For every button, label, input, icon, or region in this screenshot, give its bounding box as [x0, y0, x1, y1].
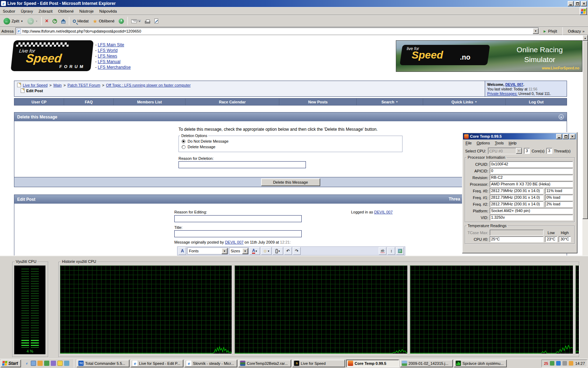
quicklaunch-icon-7[interactable] — [64, 361, 69, 366]
font-select[interactable]: Fonts ▼ — [187, 247, 228, 254]
address-field[interactable]: ▼ — [15, 27, 539, 35]
maximize-button[interactable] — [574, 1, 580, 6]
menu-upravy[interactable]: Úpravy — [18, 8, 36, 14]
nav-log-out[interactable]: Log Out — [506, 98, 567, 105]
coretemp-titlebar[interactable]: Core Temp 0.99.5 × — [463, 133, 576, 139]
taskbar-button-taskmgr[interactable]: Správce úloh systému... — [454, 360, 507, 367]
link-lfs-world[interactable]: LFS World — [98, 48, 117, 53]
font-color-button[interactable]: A ▼ — [250, 247, 260, 255]
minimize-button[interactable] — [556, 134, 562, 139]
taskbar-button-coretemp[interactable]: Core Temp 0.99.5 — [346, 360, 399, 367]
home-button[interactable] — [59, 18, 68, 25]
breadcrumb-link-forum[interactable]: Live for Speed — [23, 83, 48, 87]
breadcrumb-link-patch-forum[interactable]: Patch TEST Forum — [68, 83, 100, 87]
link-lfs-news[interactable]: LFS News — [98, 54, 117, 59]
radio-do-not-delete[interactable] — [182, 139, 186, 143]
address-dropdown-icon[interactable]: ▼ — [533, 28, 539, 34]
maximize-button[interactable] — [563, 134, 569, 139]
breadcrumb-link-thread[interactable]: Off Topic : LFS running slower on faster… — [106, 83, 191, 87]
smilies-button[interactable]: ☺ ▼ — [261, 247, 272, 255]
forward-dropdown-icon[interactable]: ▼ — [35, 20, 38, 22]
tray-icon-4[interactable] — [569, 361, 573, 366]
private-messages-link[interactable]: Private Messages: — [487, 91, 517, 96]
link-lfs-manual[interactable]: LFS Manual — [98, 59, 120, 64]
menu-nastroje[interactable]: Nástroje — [77, 8, 97, 14]
back-dropdown-icon[interactable]: ▼ — [21, 20, 23, 22]
quicklaunch-ie-icon[interactable]: e — [24, 361, 29, 366]
taskbar-button-slovnik[interactable]: eSlovník - steady - Micr... — [184, 360, 237, 367]
undo-button[interactable]: ↶ — [284, 247, 292, 255]
tray-icon-1[interactable] — [550, 361, 554, 366]
reason-deletion-input[interactable] — [178, 161, 306, 168]
edit-button[interactable] — [152, 18, 160, 25]
volume-icon[interactable] — [562, 361, 567, 366]
forward-button[interactable]: → ▼ — [25, 17, 40, 26]
attachment-button[interactable]: ▼ — [273, 247, 283, 255]
nav-user-cp[interactable]: User CP — [14, 98, 64, 105]
scrollbar-up-button[interactable]: ▲ — [582, 35, 588, 41]
editor-mode-button[interactable]: A — [396, 247, 404, 255]
delete-message-button[interactable]: Delete this Message — [261, 178, 320, 186]
menu-zobrazit[interactable]: Zobrazit — [36, 8, 55, 14]
menu-help[interactable]: Help — [506, 140, 519, 146]
breadcrumb-link-main[interactable]: Main — [53, 83, 62, 87]
ie-titlebar[interactable]: e Live for Speed - Edit Post - Microsoft… — [0, 0, 588, 7]
taskbar-button-image[interactable]: 2009-01-02_142315.j... — [400, 360, 453, 367]
link-lfs-merchandise[interactable]: LFS Merchandise — [98, 65, 131, 70]
quicklaunch-icon-3[interactable] — [37, 361, 43, 366]
stop-button[interactable]: × — [43, 17, 50, 25]
nav-faq[interactable]: FAQ — [64, 98, 114, 105]
quicklaunch-folder-icon[interactable] — [57, 361, 63, 366]
link-lfs-main-site[interactable]: LFS Main Site — [98, 42, 124, 47]
nav-new-posts[interactable]: New Posts — [279, 98, 357, 105]
mail-button[interactable]: ▼ — [129, 18, 143, 24]
redo-button[interactable]: ↷ — [293, 247, 301, 255]
lfs-banner[interactable]: live for Speed .no Online Racing Simulat… — [396, 40, 582, 72]
refresh-button[interactable] — [50, 18, 59, 25]
scrollbar-thumb[interactable] — [582, 41, 588, 219]
menu-options[interactable]: Options — [474, 140, 492, 146]
quicklaunch-icon-5[interactable] — [51, 361, 56, 366]
title-input[interactable] — [174, 230, 302, 237]
collapse-button[interactable]: ▲ — [559, 114, 564, 120]
links-button[interactable]: Odkazy » — [566, 28, 587, 34]
taskbar-button-coretemp-rar[interactable]: CoreTemp32Beta2.rar... — [238, 360, 291, 367]
cpu-select[interactable]: CPU #0 ▼ — [488, 148, 522, 154]
taskbar-button-lfs[interactable]: SLive for Speed — [292, 360, 345, 367]
back-button[interactable]: ← Zpět ▼ — [1, 17, 25, 26]
tray-icon-2[interactable] — [556, 361, 561, 366]
menu-oblibene[interactable]: Oblíbené — [55, 8, 77, 14]
start-button[interactable]: Start — [1, 360, 21, 367]
size-select[interactable]: Sizes ▼ — [229, 247, 248, 254]
taskbar-button-ie-editpost[interactable]: eLive for Speed - Edit P... — [131, 360, 183, 367]
menu-soubor[interactable]: Soubor — [0, 8, 18, 14]
nav-quick-links[interactable]: Quick Links▼ — [423, 98, 506, 105]
search-button[interactable]: Hledat — [71, 18, 91, 24]
nav-members-list[interactable]: Members List — [114, 98, 186, 105]
logged-in-username-link[interactable]: DEVIL 007 — [374, 210, 393, 214]
menu-napoveda[interactable]: Nápověda — [97, 8, 120, 14]
menu-file[interactable]: File — [463, 140, 474, 146]
radio-delete-message[interactable] — [182, 145, 186, 149]
history-button[interactable] — [117, 18, 126, 25]
go-button[interactable]: ► Přejít — [541, 28, 559, 34]
nav-search[interactable]: Search▼ — [357, 98, 423, 105]
favorites-button[interactable]: ★ Oblíbené — [91, 18, 117, 25]
remove-format-button[interactable]: A — [178, 247, 186, 255]
taskbar-button-totalcmd[interactable]: TCTotal Commander 5.5... — [77, 360, 130, 367]
print-button[interactable] — [143, 18, 152, 25]
username-link[interactable]: DEVIL 007 — [505, 82, 523, 87]
minimize-button[interactable] — [568, 1, 574, 6]
message-origin-username-link[interactable]: DEVIL 007 — [225, 240, 244, 244]
resize-editor-button[interactable]: ↕ — [387, 247, 395, 255]
quicklaunch-icon-4[interactable] — [44, 361, 49, 366]
reason-editing-input[interactable] — [174, 215, 302, 222]
close-button[interactable]: × — [581, 1, 587, 6]
quicklaunch-desktop-icon[interactable] — [31, 361, 36, 366]
nav-race-calendar[interactable]: Race Calendar — [186, 98, 279, 105]
address-input[interactable] — [22, 28, 531, 34]
menu-tools[interactable]: Tools — [492, 140, 506, 146]
coretemp-tray-temp[interactable]: 25 — [544, 361, 548, 366]
close-button[interactable]: × — [569, 134, 575, 139]
spellcheck-button[interactable]: ab — [379, 247, 386, 255]
